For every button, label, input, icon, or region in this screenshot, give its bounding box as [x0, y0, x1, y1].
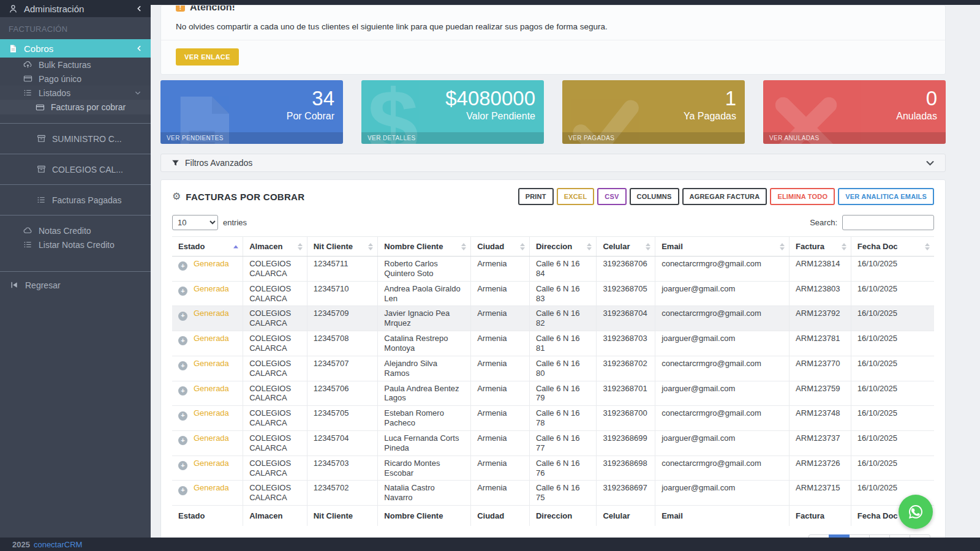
stat-card-por-cobrar[interactable]: 34Por CobrarVER PENDIENTES	[160, 80, 343, 144]
chevron-down-icon[interactable]	[925, 159, 935, 168]
stat-cards: 34Por CobrarVER PENDIENTES$$4080000Valor…	[160, 80, 946, 144]
footer-brand-link[interactable]: conectarCRM	[34, 540, 82, 549]
cell-estado: +Generada	[172, 381, 243, 406]
table-row[interactable]: +GeneradaCOLEGIOS CALARCA12345706Paula A…	[172, 381, 934, 406]
sidebar-item-suministro-c[interactable]: SUMINISTRO C...	[0, 124, 151, 154]
cell-almacen: COLEGIOS CALARCA	[243, 331, 307, 356]
stat-card-ya-pagadas[interactable]: 1Ya PagadasVER PAGADAS	[562, 80, 745, 144]
column-header-estado[interactable]: Estado	[172, 237, 243, 257]
whatsapp-icon	[906, 502, 925, 522]
stat-footer-link[interactable]: VER DETALLES	[361, 132, 544, 144]
sidebar-item-administración[interactable]: Administración	[0, 0, 151, 17]
stat-value: 1	[562, 80, 745, 110]
whatsapp-button[interactable]	[899, 495, 933, 529]
column-header-ciudad[interactable]: Ciudad	[471, 237, 530, 257]
cell-email: conectarcrmgro@gmail.com	[655, 257, 790, 282]
cell-celular: 3192368700	[597, 406, 655, 431]
stat-card-anuladas[interactable]: 0AnuladasVER ANULADAS	[763, 80, 946, 144]
stat-footer-link[interactable]: VER ANULADAS	[763, 132, 946, 144]
column-header-fecha-doc[interactable]: Fecha Doc	[851, 237, 934, 257]
cell-estado: +Generada	[172, 455, 243, 481]
table-row[interactable]: +GeneradaCOLEGIOS CALARCA12345705Esteban…	[172, 406, 934, 431]
toolbar-button-print[interactable]: PRINT	[518, 188, 554, 205]
column-header-direccion[interactable]: Direccion	[529, 237, 596, 257]
table-row[interactable]: +GeneradaCOLEGIOS CALARCA12345711Roberto…	[172, 257, 934, 282]
toolbar-button-csv[interactable]: CSV	[597, 188, 626, 205]
invoices-table: EstadoAlmacenNit ClienteNombre ClienteCi…	[172, 236, 934, 526]
expand-row-icon[interactable]: +	[178, 361, 187, 370]
expand-row-icon[interactable]: +	[178, 261, 187, 271]
column-header-nit-cliente[interactable]: Nit Cliente	[307, 237, 378, 257]
expand-row-icon[interactable]: +	[178, 436, 187, 445]
toolbar-button-columns[interactable]: COLUMNS	[630, 188, 679, 205]
stat-footer-link[interactable]: VER PENDIENTES	[160, 132, 343, 144]
stat-footer-link[interactable]: VER PAGADAS	[562, 132, 745, 144]
filters-bar[interactable]: Filtros Avanzados	[160, 154, 946, 172]
sidebar-item-label: Cobros	[24, 43, 53, 54]
table-row[interactable]: +GeneradaCOLEGIOS CALARCA12345708Catalin…	[172, 331, 934, 356]
expand-row-icon[interactable]: +	[178, 312, 187, 321]
sidebar-item-listados[interactable]: Listados	[0, 86, 151, 100]
cell-fecha: 16/10/2025	[851, 455, 934, 481]
expand-row-icon[interactable]: +	[178, 386, 187, 395]
sidebar-item-facturas-por-cobrar[interactable]: Facturas por cobrar	[0, 100, 151, 114]
column-header-almacen[interactable]: Almacen	[243, 237, 307, 257]
toolbar-button-excel[interactable]: EXCEL	[557, 188, 595, 205]
expand-row-icon[interactable]: +	[178, 486, 187, 495]
cell-direccion: Calle 6 N 16 75	[529, 481, 596, 506]
search-input[interactable]	[842, 215, 934, 230]
sidebar-item-facturas-pagadas[interactable]: Facturas Pagadas	[0, 185, 151, 215]
sort-icon	[780, 243, 785, 250]
table-row[interactable]: +GeneradaCOLEGIOS CALARCA12345703Ricardo…	[172, 455, 934, 481]
sort-asc-arrow	[587, 243, 592, 246]
sort-desc-arrow	[925, 247, 930, 250]
entries-select[interactable]: 10	[172, 215, 218, 230]
cell-estado: +Generada	[172, 356, 243, 381]
table-row[interactable]: +GeneradaCOLEGIOS CALARCA12345704Luca Fe…	[172, 431, 934, 456]
cell-factura: ARM123737	[790, 431, 851, 456]
table-row[interactable]: +GeneradaCOLEGIOS CALARCA12345702Natalia…	[172, 481, 934, 506]
toolbar-button-elimina-todo[interactable]: ELIMINA TODO	[770, 188, 835, 205]
column-header-factura[interactable]: Factura	[790, 237, 851, 257]
stat-card-valor-pendiente[interactable]: $$4080000Valor PendienteVER DETALLES	[361, 80, 544, 144]
toolbar: PRINTEXCELCSVCOLUMNSAGREGAR FACTURAELIMI…	[518, 188, 934, 205]
stat-value: $4080000	[361, 80, 544, 110]
footer-column-nit-cliente: Nit Cliente	[307, 506, 378, 527]
table-row[interactable]: +GeneradaCOLEGIOS CALARCA12345707Alejand…	[172, 356, 934, 381]
sidebar-item-notas-credito[interactable]: Notas Credito	[0, 223, 151, 238]
sidebar-item-facturación: FACTURACIÓN	[0, 17, 151, 39]
column-header-celular[interactable]: Celular	[597, 237, 655, 257]
toolbar-button-ver-analitica-emails[interactable]: VER ANALITICA EMAILS	[838, 188, 934, 205]
table-row[interactable]: +GeneradaCOLEGIOS CALARCA12345709Javier …	[172, 306, 934, 331]
search-control: Search:	[810, 215, 934, 230]
sidebar-item-colegios-cal[interactable]: COLEGIOS CAL...	[0, 154, 151, 184]
archive-icon	[37, 134, 46, 143]
cell-ciudad: Armenia	[471, 431, 530, 456]
sidebar-item-label: COLEGIOS CAL...	[52, 165, 123, 174]
cell-factura: ARM123715	[790, 481, 851, 506]
cell-fecha: 16/10/2025	[851, 257, 934, 282]
sidebar-item-regresar[interactable]: Regresar	[0, 278, 151, 292]
toolbar-button-agregar-factura[interactable]: AGREGAR FACTURA	[682, 188, 767, 205]
cell-ciudad: Armenia	[471, 257, 530, 282]
cell-celular: 3192368701	[597, 381, 655, 406]
column-header-nombre-cliente[interactable]: Nombre Cliente	[378, 237, 471, 257]
expand-row-icon[interactable]: +	[178, 287, 187, 296]
expand-row-icon[interactable]: +	[178, 461, 187, 470]
sidebar-item-cobros[interactable]: Cobros	[0, 39, 151, 58]
cell-email: joarguer@gmail.com	[655, 431, 790, 456]
cell-direccion: Calle 6 N 16 76	[529, 455, 596, 481]
status-text: Generada	[194, 384, 229, 393]
sidebar-item-pago-único[interactable]: Pago único	[0, 72, 151, 86]
expand-row-icon[interactable]: +	[178, 411, 187, 421]
sidebar-item-bulk-facturas[interactable]: Bulk Facturas	[0, 58, 151, 72]
table-row[interactable]: +GeneradaCOLEGIOS CALARCA12345710Andrea …	[172, 281, 934, 306]
expand-row-icon[interactable]: +	[178, 336, 187, 345]
sidebar-item-listar-notas-credito[interactable]: Listar Notas Credito	[0, 238, 151, 252]
cell-celular: 3192368698	[597, 455, 655, 481]
column-header-email[interactable]: Email	[655, 237, 790, 257]
sort-desc-arrow	[587, 247, 592, 250]
cell-nombre: Natalia Castro Navarro	[378, 481, 471, 506]
sidebar-item-label: Regresar	[25, 280, 61, 290]
ver-enlace-button[interactable]: VER ENLACE	[176, 48, 239, 66]
